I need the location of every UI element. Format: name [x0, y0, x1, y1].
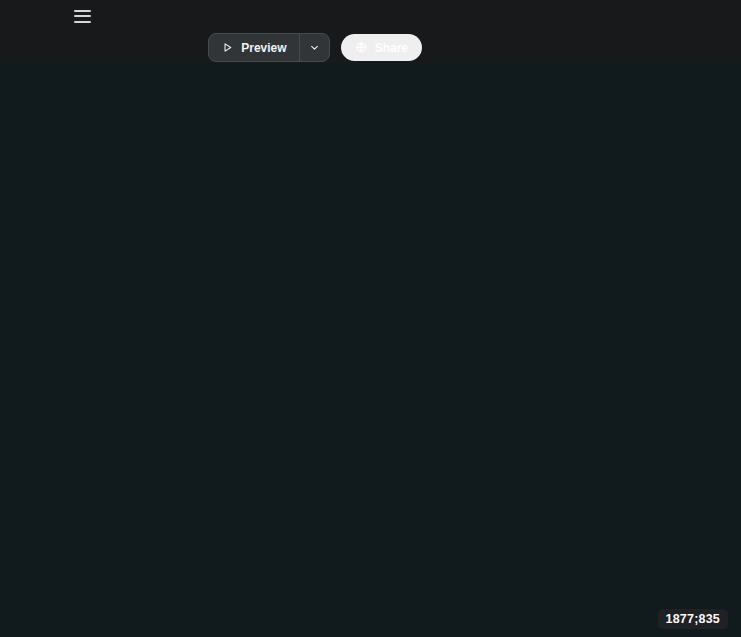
header: Preview Share	[0, 0, 741, 63]
traffic-lights	[10, 11, 59, 22]
app-window: Preview Share 1877;835	[0, 0, 741, 637]
share-button[interactable]: Share	[341, 34, 422, 61]
share-button-label: Share	[375, 41, 408, 55]
menu-icon[interactable]	[74, 10, 91, 23]
game-scene[interactable]	[0, 63, 741, 637]
zoom-window-button[interactable]	[48, 11, 59, 22]
preview-dropdown-button[interactable]	[300, 34, 329, 61]
scene-editor-canvas[interactable]: 1877;835	[0, 63, 741, 637]
chevron-down-icon	[308, 41, 321, 54]
close-window-button[interactable]	[10, 11, 21, 22]
preview-button-label: Preview	[241, 41, 286, 55]
globe-icon	[355, 41, 368, 54]
preview-button[interactable]: Preview	[208, 33, 329, 62]
cursor-coordinates-badge: 1877;835	[658, 609, 728, 629]
minimize-window-button[interactable]	[29, 11, 40, 22]
scene-tools-highlight-box	[460, 25, 738, 58]
play-icon	[221, 41, 234, 54]
